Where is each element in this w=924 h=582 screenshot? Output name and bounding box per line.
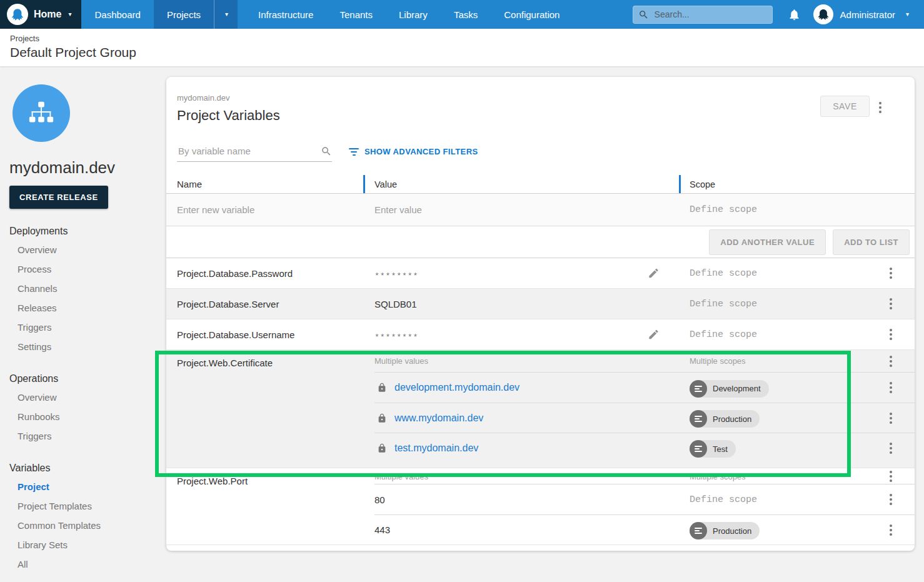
lock-icon (377, 443, 387, 453)
row-overflow-menu-icon[interactable] (885, 379, 896, 396)
card-title: Project Variables (177, 108, 904, 124)
value-entry-row: www.mydomain.dev Production (374, 403, 915, 433)
nav-item-dashboard[interactable]: Dashboard (81, 0, 153, 29)
sidebar-item-library-sets[interactable]: Library Sets (9, 535, 158, 554)
masked-value: ******** (374, 333, 418, 342)
card-project-label: mydomain.dev (177, 93, 904, 103)
breadcrumb-link-projects[interactable]: Projects (10, 34, 914, 43)
variable-name[interactable]: Project.Web.Certificate (166, 350, 374, 368)
page-title: Default Project Group (10, 45, 914, 60)
certificate-link[interactable]: test.mydomain.dev (374, 443, 690, 454)
environment-icon (690, 410, 707, 428)
sidebar-item-runbooks[interactable]: Runbooks (9, 407, 158, 426)
nav-item-tasks[interactable]: Tasks (441, 0, 491, 29)
new-variable-name-field[interactable]: Enter new variable (166, 204, 374, 215)
section-title-operations: Operations (9, 373, 158, 384)
variable-value-cell[interactable]: ******** (374, 329, 690, 340)
group-header: Multiple values Multiple scopes (374, 350, 915, 373)
nav-item-library[interactable]: Library (386, 0, 441, 29)
scope-chip-development[interactable]: Development (690, 380, 769, 398)
sidebar-item-process[interactable]: Process (9, 259, 158, 279)
column-resizer[interactable] (679, 175, 681, 193)
row-overflow-menu-icon[interactable] (885, 468, 896, 484)
sidebar-item-operations-triggers[interactable]: Triggers (9, 426, 158, 446)
certificate-link[interactable]: www.mydomain.dev (374, 413, 690, 424)
project-name: mydomain.dev (9, 158, 158, 178)
chevron-down-icon: ▾ (906, 11, 909, 18)
overflow-menu-icon[interactable] (875, 99, 886, 116)
add-another-value-button[interactable]: ADD ANOTHER VALUE (709, 229, 826, 255)
nav-item-projects[interactable]: Projects (154, 0, 214, 29)
variable-name[interactable]: Project.Database.Server (166, 299, 374, 309)
variables-table: Name Value Scope Enter new variable Ente… (166, 175, 915, 545)
sidebar-item-deployments-overview[interactable]: Overview (9, 240, 158, 259)
sidebar-item-deployments-triggers[interactable]: Triggers (9, 318, 158, 337)
sidebar-item-project-templates[interactable]: Project Templates (9, 496, 158, 516)
sidebar-item-settings[interactable]: Settings (9, 337, 158, 356)
row-overflow-menu-icon[interactable] (885, 491, 896, 508)
variable-filter-input[interactable] (177, 145, 321, 157)
variable-name[interactable]: Project.Database.Username (166, 329, 374, 340)
scope-chip-test[interactable]: Test (690, 440, 736, 458)
show-advanced-filters-button[interactable]: SHOW ADVANCED FILTERS (349, 147, 478, 162)
nav-spacer (573, 0, 632, 29)
filter-icon (349, 148, 359, 156)
column-resizer[interactable] (363, 175, 365, 193)
sidebar-item-common-templates[interactable]: Common Templates (9, 516, 158, 535)
column-header-value: Value (374, 179, 690, 189)
edit-pencil-icon[interactable] (648, 329, 660, 341)
notifications-bell-icon[interactable] (788, 8, 801, 21)
variable-value-cell[interactable]: ******** (374, 268, 690, 279)
port-value[interactable]: 80 (374, 494, 690, 505)
add-buttons-row: ADD ANOTHER VALUE ADD TO LIST (166, 226, 915, 258)
nav-projects-dropdown[interactable]: ▾ (214, 0, 238, 29)
table-header: Name Value Scope (166, 175, 915, 194)
sidebar-item-all-variables[interactable]: All (9, 554, 158, 574)
add-to-list-button[interactable]: ADD TO LIST (833, 229, 910, 255)
create-release-button[interactable]: CREATE RELEASE (9, 186, 108, 209)
variable-row-password: Project.Database.Password ******** Defin… (166, 258, 915, 289)
sidebar-item-operations-overview[interactable]: Overview (9, 388, 158, 407)
scope-chip-production[interactable]: Production (690, 410, 760, 428)
row-overflow-menu-icon[interactable] (885, 410, 896, 426)
column-header-name: Name (166, 179, 374, 189)
variable-name[interactable]: Project.Database.Password (166, 268, 374, 279)
new-variable-value-field[interactable]: Enter value (374, 204, 690, 215)
sidebar-item-project-variables[interactable]: Project (9, 477, 158, 496)
define-scope-field[interactable]: Define scope (690, 299, 885, 309)
row-overflow-menu-icon[interactable] (885, 353, 896, 369)
row-overflow-menu-icon[interactable] (885, 265, 896, 281)
scope-chip-production[interactable]: Production (690, 522, 760, 539)
nav-home-label: Home (34, 9, 61, 20)
certificate-link[interactable]: development.mydomain.dev (374, 382, 690, 393)
nav-item-infrastructure[interactable]: Infrastructure (245, 0, 326, 29)
environment-icon (690, 522, 707, 539)
nav-item-configuration[interactable]: Configuration (491, 0, 573, 29)
card-header: mydomain.dev Project Variables SAVE (166, 77, 915, 124)
define-scope-field[interactable]: Define scope (690, 268, 885, 279)
sidebar-item-releases[interactable]: Releases (9, 298, 158, 318)
top-nav: Home ▾ Dashboard Projects ▾ Infrastructu… (0, 0, 924, 29)
nav-item-tenants[interactable]: Tenants (326, 0, 386, 29)
define-scope-field[interactable]: Define scope (690, 329, 885, 340)
user-menu[interactable]: Administrator ▾ (813, 0, 918, 29)
row-overflow-menu-icon[interactable] (885, 440, 896, 456)
value-entry-row: development.mydomain.dev Development (374, 373, 915, 403)
define-scope-field[interactable]: Define scope (690, 494, 885, 505)
new-variable-scope-field[interactable]: Define scope (690, 204, 885, 215)
variable-value-cell[interactable]: SQLDB01 (374, 299, 690, 309)
section-title-variables: Variables (9, 463, 158, 474)
search-input[interactable] (653, 9, 767, 20)
sidebar-item-channels[interactable]: Channels (9, 279, 158, 298)
project-avatar (13, 84, 70, 142)
port-value[interactable]: 443 (374, 524, 690, 535)
section-title-deployments: Deployments (9, 226, 158, 237)
row-overflow-menu-icon[interactable] (885, 326, 896, 343)
edit-pencil-icon[interactable] (648, 268, 660, 279)
row-overflow-menu-icon[interactable] (885, 296, 896, 312)
nav-home[interactable]: Home ▾ (0, 0, 81, 29)
save-button[interactable]: SAVE (820, 96, 870, 117)
chevron-down-icon: ▾ (225, 11, 228, 18)
row-overflow-menu-icon[interactable] (885, 522, 896, 538)
variable-name[interactable]: Project.Web.Port (166, 468, 374, 486)
